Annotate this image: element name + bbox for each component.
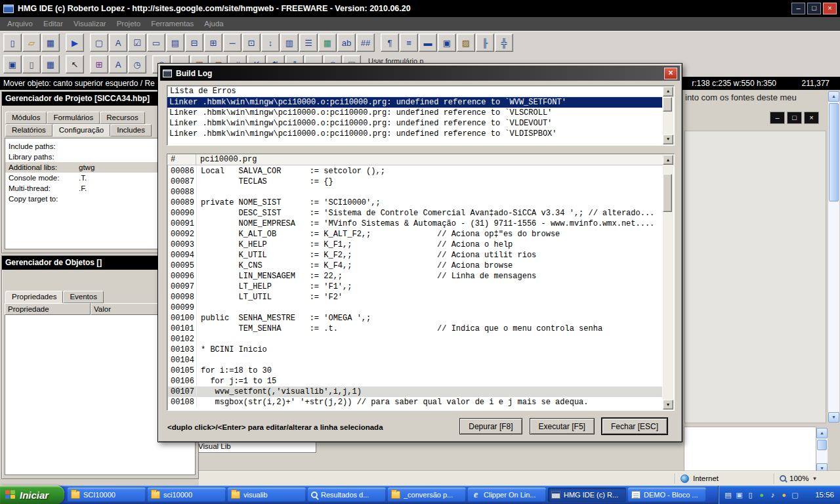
code-row[interactable]: 00098 LT_UTIL := 'F2' [168, 292, 662, 303]
code-row[interactable]: 00103* BCINI Inicio [168, 345, 662, 355]
taskbar-item-resultados-d[interactable]: Resultados d... [308, 488, 386, 502]
check-list-button[interactable]: ☰ [299, 33, 318, 52]
code-row[interactable]: 00099 [168, 303, 662, 313]
code-row[interactable]: 00087 TECLAS := {} [168, 177, 662, 187]
start-button[interactable]: Iniciar [0, 486, 64, 504]
table-button[interactable]: ╬ [495, 33, 513, 52]
slider-button[interactable]: ▬ [419, 33, 437, 52]
close-icon[interactable]: × [823, 3, 837, 14]
maximize-icon[interactable]: □ [807, 3, 821, 14]
scroll-up-icon[interactable]: ▲ [828, 91, 839, 102]
depurar-f8-button[interactable]: Depurar [F8] [459, 418, 522, 434]
taskbar-item-conversao-p[interactable]: _conversão p... [388, 488, 466, 502]
pointer-button[interactable]: ↖ [66, 55, 84, 74]
grid-button[interactable]: ⊞ [204, 33, 222, 52]
zoom-control[interactable]: 100% ▼ [774, 474, 840, 482]
scroll-up-icon[interactable]: ▲ [663, 155, 673, 165]
scrollbar-track[interactable] [663, 165, 673, 400]
timer-button[interactable]: ◷ [128, 55, 146, 74]
scrollbar-thumb[interactable] [817, 440, 827, 450]
text-box-button[interactable]: ▤ [166, 33, 184, 52]
scrollbar-thumb[interactable] [663, 174, 672, 212]
menu-ferramentas[interactable]: Ferramentas [146, 17, 199, 31]
close-icon[interactable]: × [664, 68, 677, 79]
network-icon[interactable]: ▣ [734, 490, 744, 500]
tab-relatorios[interactable]: Relatórios [5, 124, 52, 136]
save-project-button[interactable]: ▦ [41, 33, 60, 52]
list-box-button[interactable]: ≡ [400, 33, 418, 52]
rich-edit-button[interactable]: ¶ [381, 33, 399, 52]
code-row[interactable]: 00104 [168, 355, 662, 366]
code-row[interactable]: 00108 msgbox(str(i,2)+' '+str(j,2)) // p… [168, 397, 662, 408]
scroll-down-icon[interactable]: ▼ [828, 412, 839, 423]
scroll-down-icon[interactable]: ▼ [663, 400, 673, 410]
error-row[interactable]: Linker .hbmk\win\mingw\pci10000.o:pci100… [167, 97, 662, 108]
volume-icon[interactable]: ♪ [768, 490, 778, 500]
taskbar-item-sci10000[interactable]: SCI10000 [68, 488, 146, 502]
tab-modulos[interactable]: Módulos [5, 112, 47, 124]
run-button[interactable]: ▶ [66, 33, 84, 52]
minimize-icon[interactable]: – [770, 112, 785, 124]
menu-arquivo[interactable]: Arquivo [2, 17, 38, 31]
tab-eventos[interactable]: Eventos [63, 291, 104, 303]
taskbar-item-demo-bloco[interactable]: DEMO - Bloco ... [628, 488, 706, 502]
column-header-line-number[interactable]: # [167, 154, 196, 165]
form-button[interactable]: ▢ [90, 33, 108, 52]
column-header-property[interactable]: Propriedade [5, 303, 91, 315]
document-icon[interactable]: ▯ [746, 490, 755, 500]
scrollbar-track[interactable] [816, 438, 828, 463]
taskbar-item-hmg-ide-c-r[interactable]: HMG IDE (c) R... [548, 488, 626, 502]
tab-configuracao[interactable]: Configuração [52, 124, 110, 136]
code-row[interactable]: 00096 LIN_MENSAGEM := 22,; // Linha de m… [168, 271, 662, 282]
label-button[interactable]: A [109, 33, 127, 52]
scrollbar-thumb[interactable] [829, 103, 839, 201]
open-project-button[interactable]: ▱ [22, 33, 41, 52]
font-button[interactable]: A [109, 55, 127, 74]
minimize-icon[interactable]: – [791, 3, 805, 14]
scrollbar-thumb[interactable] [663, 97, 672, 112]
line-button[interactable]: ─ [223, 33, 242, 52]
display-icon[interactable]: ▢ [790, 490, 800, 500]
error-row[interactable]: Linker .hbmk\win\mingw\pci10000.o:pci100… [167, 118, 662, 129]
menu-ajuda[interactable]: Ajuda [199, 17, 228, 31]
code-row[interactable]: 00090 DESC_SIST := 'Sistema de Controle … [168, 208, 662, 219]
frame-button[interactable]: ▣ [438, 33, 456, 52]
page-button[interactable]: ▯ [22, 55, 41, 74]
tab-formularios[interactable]: Formulários [47, 112, 100, 124]
check-box-button[interactable]: ☑ [128, 33, 146, 52]
taskbar-item-clipper-on-lin[interactable]: Clipper On Lin... [468, 488, 546, 502]
tab-recursos[interactable]: Recursos [100, 112, 145, 124]
window-button[interactable]: ▣ [3, 55, 22, 74]
scroll-up-icon[interactable]: ▲ [816, 428, 828, 438]
tab-includes[interactable]: Includes [110, 124, 152, 136]
scrollbar-track[interactable] [663, 96, 673, 135]
scroll-up-icon[interactable]: ▲ [663, 87, 673, 96]
code-row[interactable]: 00102 [168, 334, 662, 345]
edit-box-button[interactable]: ▭ [147, 33, 165, 52]
code-row[interactable]: 00097 LT_HELP := 'F1',; [168, 282, 662, 292]
tab-propriedades[interactable]: Propriedades [5, 291, 63, 303]
error-row[interactable]: Linker .hbmk\win\mingw\pci10000.o:pci100… [167, 108, 662, 118]
code-row[interactable]: 00094 K_UTIL := K_F2,; // Aciona utilit … [168, 250, 662, 261]
background-scrollbar-small[interactable]: ▲ ▼ [816, 428, 828, 474]
code-row[interactable]: 00107 wvw_setfont(,'visuallib',i,j,1) [168, 387, 662, 397]
scroll-down-icon[interactable]: ▼ [663, 135, 673, 144]
menu-editar[interactable]: Editar [38, 17, 68, 31]
code-row[interactable]: 00088 [168, 187, 662, 198]
code-row[interactable]: 00105for i:=18 to 30 [168, 366, 662, 376]
printer-icon[interactable]: ▤ [723, 490, 733, 500]
error-row[interactable]: Linker .hbmk\win\mingw\pci10000.o:pci100… [167, 129, 662, 139]
data-table-button[interactable]: ▦ [41, 55, 60, 74]
help-books-button[interactable]: ⊞ [90, 55, 108, 74]
maximize-icon[interactable]: □ [787, 112, 802, 124]
executar-f5-button[interactable]: Executar [F5] [530, 418, 595, 434]
tab-control-button[interactable]: ⊡ [242, 33, 261, 52]
error-list-scrollbar[interactable]: ▲ ▼ [663, 87, 673, 144]
ab-label-button[interactable]: ab [337, 33, 356, 52]
fechar-esc-button[interactable]: Fechar [ESC] [602, 418, 667, 434]
menu-visualizar[interactable]: Visualizar [68, 17, 112, 31]
background-scrollbar[interactable]: ▲ ▼ [828, 91, 839, 423]
shield-icon[interactable]: ● [757, 490, 766, 500]
code-row[interactable]: 00086Local SALVA_COR := setcolor (),; [168, 166, 662, 177]
code-row[interactable]: 00089private NOME_SIST := 'SCI10000',; [168, 198, 662, 208]
